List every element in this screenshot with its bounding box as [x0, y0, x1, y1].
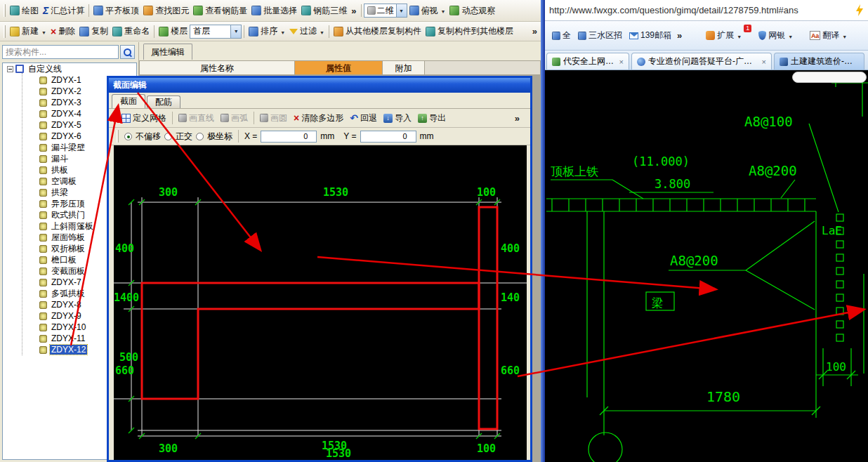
tab-rebar[interactable]: 配筋 — [147, 95, 180, 108]
column-extra[interactable]: 附加 — [383, 60, 425, 75]
tree-item-label: ZDYX-6 — [50, 131, 83, 141]
dimension-labels: 300 1530 100 300 1530 1530 100 400 1400 … — [114, 186, 520, 460]
draw-arc-button[interactable]: 画弧 — [218, 111, 251, 126]
component-icon — [39, 301, 47, 309]
tree-item-label: 空调板 — [50, 176, 78, 186]
new-icon — [10, 27, 20, 37]
tree-item-label: ZDYX-9 — [50, 311, 83, 321]
dialog-titlebar[interactable]: 截面编辑 — [109, 78, 530, 93]
search-icon — [123, 48, 132, 57]
component-icon — [39, 290, 47, 298]
floating-toolbar[interactable] — [792, 72, 867, 83]
radio-ortho[interactable] — [164, 133, 172, 140]
separator — [254, 112, 254, 124]
rename-button[interactable]: 重命名 — [110, 24, 152, 39]
import-button[interactable]: 导入 — [381, 111, 414, 126]
section-right-rect — [479, 207, 497, 429]
sort-button[interactable]: 排序 — [246, 24, 287, 39]
search-button[interactable] — [120, 45, 135, 59]
toolbar-grip[interactable] — [4, 4, 6, 17]
tree-root[interactable]: 自定义线 — [3, 63, 136, 74]
svg-text:300: 300 — [159, 442, 178, 455]
copy-from-floor-button[interactable]: 从其他楼层复制构件 — [331, 24, 423, 39]
column-property-name[interactable]: 属性名称 — [139, 60, 295, 75]
x-input[interactable] — [261, 131, 317, 143]
draw-button[interactable]: 绘图 — [8, 4, 41, 18]
bookmark-item[interactable]: 三水区招 — [574, 29, 626, 41]
bookmark-item[interactable]: 139邮箱 — [626, 29, 675, 41]
toolbar-grip[interactable] — [4, 25, 6, 38]
orbit-button[interactable]: 动态观察 — [447, 4, 497, 18]
clear-polygon-button[interactable]: 清除多边形 — [291, 111, 346, 126]
chevron-down-icon[interactable] — [396, 4, 407, 17]
overflow-chevron-icon[interactable] — [530, 26, 539, 37]
overflow-chevron-icon[interactable] — [675, 30, 684, 41]
tree-item-label: 多弧拱板 — [50, 289, 86, 298]
radio-no-offset[interactable] — [124, 133, 132, 140]
column-property-value[interactable]: 属性值 — [295, 60, 383, 75]
delete-button[interactable]: 删除 — [48, 24, 77, 39]
floor-combo[interactable]: 首层 — [190, 25, 242, 39]
tree-expand-icon[interactable] — [7, 66, 13, 72]
search-input[interactable] — [2, 45, 119, 59]
chevron-down-icon[interactable] — [230, 25, 241, 38]
close-tab-icon[interactable] — [762, 58, 766, 65]
copy-button[interactable]: 复制 — [77, 24, 110, 39]
toolbar-grip[interactable] — [117, 130, 119, 143]
browser-content[interactable]: 顶板上铁 (11.000) 3.800 A8@100 A8@200 LaE A8… — [545, 70, 868, 462]
draw-arc-label: 画弧 — [231, 112, 248, 124]
close-tab-icon[interactable] — [619, 58, 624, 65]
undo-button[interactable]: 回退 — [347, 111, 380, 126]
component-icon — [39, 234, 47, 242]
new-button[interactable]: 新建 — [8, 24, 48, 39]
batch-select-icon — [251, 6, 261, 15]
grid-lines — [114, 197, 527, 436]
section-canvas[interactable]: 300 1530 100 300 1530 1530 100 400 1400 … — [114, 145, 527, 460]
export-button[interactable]: 导出 — [415, 111, 449, 126]
copy-to-floor-button[interactable]: 复制构件到其他楼层 — [423, 24, 515, 39]
address-bar[interactable]: http://www.fwxgx.com/question/gimq/detai… — [545, 0, 868, 21]
y-input[interactable] — [360, 131, 416, 143]
browser-tab[interactable]: 代安全上网导航 — [546, 53, 629, 70]
view-rebar-qty-button[interactable]: 查看钢筋量 — [191, 4, 249, 18]
component-icon — [39, 88, 47, 95]
new-label: 新建 — [22, 25, 39, 37]
summary-calc-button[interactable]: 汇总计算 — [41, 4, 86, 18]
floor-combo-value: 首层 — [193, 25, 229, 37]
lightning-icon[interactable] — [855, 4, 864, 16]
pencil-icon — [178, 114, 187, 122]
bank-menu[interactable]: 网银 — [755, 29, 796, 41]
component-icon — [39, 268, 47, 275]
bookmark-item[interactable]: 全 — [548, 29, 574, 41]
filter-button[interactable]: 过滤 — [287, 24, 327, 39]
section-outline-red — [142, 207, 497, 429]
undo-label: 回退 — [360, 112, 377, 124]
toolbar-grip[interactable] — [114, 112, 116, 124]
property-editor-tab[interactable]: 属性编辑 — [143, 44, 192, 60]
view-angle-button[interactable]: 俯视 — [407, 4, 448, 18]
draw-line-button[interactable]: 画直线 — [176, 111, 217, 126]
radio-polar[interactable] — [196, 133, 204, 140]
overflow-chevron-icon[interactable] — [513, 113, 522, 124]
puzzle-icon — [706, 31, 715, 40]
browser-tab-active[interactable]: 土建建筑造价-广... — [774, 53, 864, 70]
cad-drawing: 顶板上铁 (11.000) 3.800 A8@100 A8@200 LaE A8… — [545, 70, 868, 462]
extensions-menu[interactable]: 扩展1 — [702, 29, 745, 41]
overflow-chevron-icon[interactable] — [349, 6, 358, 16]
url-text[interactable]: http://www.fwxgx.com/question/gimq/detai… — [549, 5, 851, 15]
tree-item-label: ZDYX-5 — [50, 120, 83, 130]
define-grid-button[interactable]: 定义网格 — [119, 111, 169, 126]
separator — [172, 112, 173, 124]
browser-tab[interactable]: 专业造价问题答疑平台-广联达 — [631, 53, 772, 70]
find-element-button[interactable]: 查找图元 — [141, 4, 191, 18]
tab-section[interactable]: 截面 — [112, 94, 145, 108]
svg-text:1530: 1530 — [323, 186, 348, 199]
svg-text:LaE: LaE — [822, 224, 842, 237]
translate-menu[interactable]: 翻译 — [806, 29, 850, 41]
component-icon — [39, 245, 47, 253]
draw-circle-button[interactable]: 画圆 — [257, 111, 290, 126]
batch-select-button[interactable]: 批量选择 — [249, 4, 299, 18]
align-slab-top-button[interactable]: 平齐板顶 — [91, 4, 141, 18]
rebar-3d-button[interactable]: 钢筋三维 — [299, 4, 349, 18]
view-mode-combo[interactable]: 二维 — [364, 4, 407, 18]
